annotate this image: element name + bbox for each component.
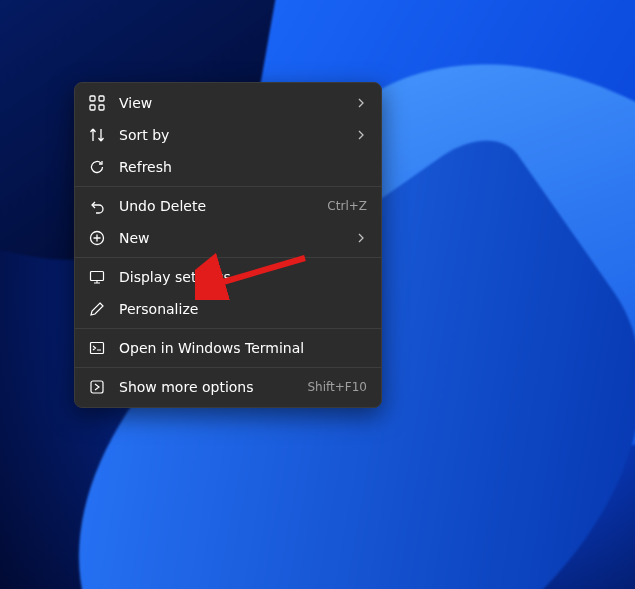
menu-item-shortcut: Shift+F10 [307, 380, 367, 394]
svg-rect-5 [91, 272, 104, 281]
sort-icon [89, 127, 105, 143]
svg-rect-2 [90, 105, 95, 110]
menu-item-label: Refresh [119, 159, 367, 175]
grid-icon [89, 95, 105, 111]
svg-rect-6 [91, 343, 104, 354]
menu-item-label: Personalize [119, 301, 367, 317]
menu-item-new[interactable]: New [75, 222, 381, 254]
menu-item-shortcut: Ctrl+Z [327, 199, 367, 213]
menu-item-show-more-options[interactable]: Show more options Shift+F10 [75, 371, 381, 403]
separator [75, 257, 381, 258]
personalize-icon [89, 301, 105, 317]
display-icon [89, 269, 105, 285]
menu-item-label: Undo Delete [119, 198, 319, 214]
chevron-right-icon [355, 232, 367, 244]
svg-rect-0 [90, 96, 95, 101]
menu-item-label: View [119, 95, 347, 111]
terminal-icon [89, 340, 105, 356]
menu-item-open-terminal[interactable]: Open in Windows Terminal [75, 332, 381, 364]
new-icon [89, 230, 105, 246]
menu-item-label: New [119, 230, 347, 246]
separator [75, 367, 381, 368]
more-options-icon [89, 379, 105, 395]
menu-item-label: Show more options [119, 379, 299, 395]
menu-item-display-settings[interactable]: Display settings [75, 261, 381, 293]
separator [75, 328, 381, 329]
menu-item-personalize[interactable]: Personalize [75, 293, 381, 325]
menu-item-undo-delete[interactable]: Undo Delete Ctrl+Z [75, 190, 381, 222]
menu-item-label: Display settings [119, 269, 367, 285]
svg-rect-1 [99, 96, 104, 101]
svg-rect-7 [91, 381, 103, 393]
desktop-context-menu: View Sort by Refresh Undo Dele [74, 82, 382, 408]
separator [75, 186, 381, 187]
undo-icon [89, 198, 105, 214]
menu-item-label: Sort by [119, 127, 347, 143]
menu-item-refresh[interactable]: Refresh [75, 151, 381, 183]
svg-rect-3 [99, 105, 104, 110]
menu-item-label: Open in Windows Terminal [119, 340, 367, 356]
menu-item-sort-by[interactable]: Sort by [75, 119, 381, 151]
menu-item-view[interactable]: View [75, 87, 381, 119]
chevron-right-icon [355, 129, 367, 141]
chevron-right-icon [355, 97, 367, 109]
refresh-icon [89, 159, 105, 175]
